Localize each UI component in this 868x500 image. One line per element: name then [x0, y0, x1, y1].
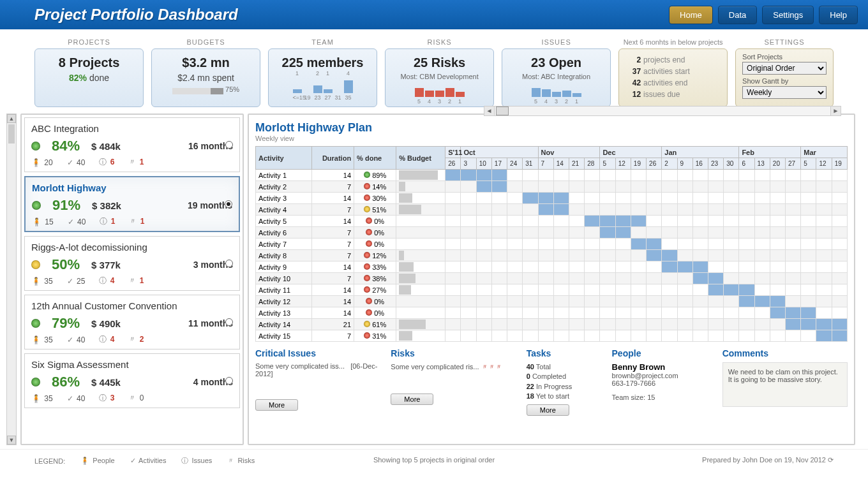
people-icon: 🧍: [31, 335, 41, 344]
scroll-up-icon: ▲: [7, 114, 16, 123]
activities-icon: ✓: [67, 277, 73, 286]
project-card[interactable]: ABC Integration 84% $ 484k 16 months 🧍 2…: [24, 117, 240, 172]
issues-spark: [507, 82, 605, 97]
gantt-select[interactable]: Weekly: [742, 86, 827, 99]
panel-risks: Risks Some very complicated ris... 〃〃〃 M…: [391, 348, 516, 416]
sort-select[interactable]: Original Order: [742, 62, 827, 75]
gantt-row: Activity 27 14%: [256, 181, 848, 193]
gantt-row: Activity 107 38%: [256, 273, 848, 284]
project-pct: 91%: [52, 197, 80, 214]
project-pct: 84%: [52, 138, 80, 154]
slider-next-icon: ►: [830, 107, 841, 115]
risks-more-button[interactable]: More: [391, 393, 433, 405]
issues-icon: ⓘ: [99, 393, 107, 402]
project-card[interactable]: 12th Annual Customer Convention 79% $ 49…: [24, 295, 240, 349]
status-dot-icon: [31, 378, 40, 386]
metric-upcoming: Next 6 monhts in below projects 2project…: [618, 38, 728, 107]
project-radio[interactable]: [225, 200, 232, 208]
project-pct: 86%: [52, 374, 80, 390]
risk-spark-icon: 〃〃〃: [481, 363, 502, 371]
risks-icon: 〃: [128, 335, 136, 344]
issues-icon: ⓘ: [181, 457, 188, 464]
project-radio[interactable]: [225, 318, 233, 326]
gantt-row: Activity 114 89%: [256, 170, 848, 181]
project-pct: 79%: [52, 315, 80, 332]
project-radio[interactable]: [225, 377, 233, 385]
comments-text: We need to be clam on this project. It i…: [722, 362, 848, 407]
activities-icon: ✓: [68, 217, 74, 226]
metrics-row: PROJECTS 8 Projects 82% done BUDGETS $3.…: [0, 29, 868, 111]
status-dot-icon: [31, 260, 40, 269]
project-radio[interactable]: [225, 260, 233, 267]
project-name: Morlott Highway: [32, 182, 232, 193]
risks-icon: 〃: [129, 217, 137, 226]
detail-panel: Morlott Highway Plan Weekly view ◄ ► Act…: [248, 114, 855, 445]
risks-icon: 〃: [128, 393, 136, 402]
project-card[interactable]: Riggs-A-lot decomissioning 50% $ 377k 3 …: [24, 236, 240, 291]
detail-title: Morlott Highway Plan: [255, 121, 372, 135]
gantt-row: Activity 914 33%: [256, 261, 848, 273]
detail-subtitle: Weekly view: [255, 135, 372, 142]
gantt-row: Activity 1214 0%: [256, 296, 848, 307]
gantt-row: Activity 1314 0%: [256, 307, 848, 319]
issues-more-button[interactable]: More: [255, 399, 298, 411]
project-radio[interactable]: [225, 141, 233, 149]
people-icon: 🧍: [32, 217, 41, 226]
legend: LEGEND: 🧍 People ✓ Activities ⓘ Issues 〃…: [34, 456, 301, 466]
project-name: 12th Annual Customer Convention: [31, 300, 233, 311]
issues-icon: ⓘ: [99, 276, 107, 285]
gantt-row: Activity 314 30%: [256, 193, 848, 204]
gantt-row: Activity 157 31%: [256, 330, 848, 342]
risks-spark: [391, 82, 488, 97]
metric-risks: RISKS 25 Risks Most: CBM Development 543…: [385, 38, 494, 107]
app-title: Project Portfolio Dashboard: [34, 6, 669, 24]
status-dot-icon: [32, 201, 41, 210]
projects-list: ABC Integration 84% $ 484k 16 months 🧍 2…: [20, 114, 244, 445]
project-card[interactable]: Morlott Highway 91% $ 382k 19 months 🧍 1…: [24, 176, 240, 232]
left-scrollbar[interactable]: ▲ ▼: [6, 114, 17, 445]
risks-icon: 〃: [227, 457, 234, 464]
nav-help[interactable]: Help: [819, 6, 858, 24]
scroll-down-icon: ▼: [7, 436, 16, 445]
app-header: Project Portfolio Dashboard Home Data Se…: [0, 0, 868, 29]
metric-projects: PROJECTS 8 Projects 82% done: [34, 38, 144, 107]
nav-settings[interactable]: Settings: [762, 6, 814, 24]
panel-comments: Comments We need to be clam on this proj…: [722, 348, 848, 416]
project-pct: 50%: [52, 256, 80, 273]
status-dot-icon: [31, 142, 40, 151]
gantt-row: Activity 514 0%: [256, 216, 848, 227]
people-icon: 🧍: [80, 457, 89, 464]
team-spark: [274, 78, 371, 93]
gantt-chart: ActivityDuration% done% BudgetS'11OctNov…: [255, 146, 848, 342]
tasks-more-button[interactable]: More: [527, 404, 569, 416]
panel-tasks: Tasks 40 Total 0 Completed 22 In Progres…: [527, 348, 602, 416]
people-icon: 🧍: [31, 277, 41, 286]
nav-data[interactable]: Data: [718, 6, 757, 24]
gantt-row: Activity 67 0%: [256, 227, 848, 239]
bottom-panels: Critical Issues Some very complicated is…: [255, 348, 848, 416]
people-icon: 🧍: [31, 158, 41, 167]
issues-icon: ⓘ: [100, 217, 107, 226]
panel-issues: Critical Issues Some very complicated is…: [255, 348, 380, 416]
panel-people: People Benny Brown brownb@project.com 66…: [612, 348, 712, 416]
risks-icon: 〃: [128, 158, 136, 166]
refresh-icon: ⟳: [828, 456, 834, 464]
gantt-slider[interactable]: ◄ ►: [484, 106, 841, 116]
metric-settings: SETTINGS Sort Projects Original Order Sh…: [735, 38, 834, 107]
activities-icon: ✓: [67, 394, 73, 403]
metric-issues: ISSUES 23 Open Most: ABC Integration 543…: [502, 38, 611, 107]
project-card[interactable]: Six Sigma Assessment 86% $ 445k 4 months…: [24, 353, 240, 408]
gantt-row: Activity 87 12%: [256, 250, 848, 261]
status-dot-icon: [31, 319, 40, 328]
risks-icon: 〃: [128, 276, 136, 285]
nav-home[interactable]: Home: [669, 6, 713, 24]
footer: LEGEND: 🧍 People ✓ Activities ⓘ Issues 〃…: [0, 449, 868, 466]
activities-icon: ✓: [67, 158, 73, 167]
activities-icon: ✓: [130, 457, 136, 464]
project-name: Six Sigma Assessment: [31, 359, 233, 370]
issues-icon: ⓘ: [99, 335, 107, 344]
metric-team: TEAM 225 members 1214 <=151923273135: [268, 38, 377, 107]
gantt-row: Activity 1114 27%: [256, 284, 848, 296]
slider-prev-icon: ◄: [484, 107, 495, 115]
main-area: ▲ ▼ ABC Integration 84% $ 484k 16 months…: [0, 111, 868, 445]
